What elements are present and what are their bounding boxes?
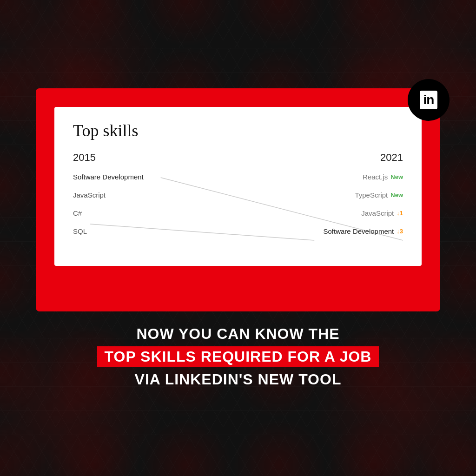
- right-skill-badge-0: New: [390, 173, 403, 180]
- red-card: in Top skills 2015 2021 Software Develop…: [36, 88, 440, 311]
- right-skill-row-3: Software Development ↓3: [324, 227, 403, 235]
- right-skill-name-2: JavaScript: [361, 209, 394, 217]
- right-skill-badge-3: ↓3: [397, 228, 403, 235]
- right-skill-row-2: JavaScript ↓1: [361, 209, 403, 217]
- right-skill-row-1: TypeScript New: [355, 191, 403, 199]
- chart-title: Top skills: [73, 121, 403, 140]
- bottom-text-wrapper: NOW YOU CAN KNOW THE TOP SKILLS REQUIRED…: [97, 325, 379, 388]
- left-skill-1: JavaScript: [73, 191, 144, 199]
- left-skill-0: Software Development: [73, 173, 144, 181]
- year-left: 2015: [73, 152, 96, 164]
- right-skill-badge-1: New: [390, 192, 403, 198]
- right-skill-row-0: React.js New: [363, 173, 403, 181]
- left-skills: Software Development JavaScript C# SQL: [73, 173, 144, 235]
- linkedin-logo: in: [420, 91, 438, 109]
- page-content: in Top skills 2015 2021 Software Develop…: [0, 0, 476, 476]
- chart-years: 2015 2021: [73, 152, 403, 164]
- chart-content: Software Development JavaScript C# SQL R…: [73, 173, 403, 247]
- right-skill-name-0: React.js: [363, 173, 388, 181]
- left-skill-2: C#: [73, 209, 144, 217]
- left-skill-3: SQL: [73, 227, 144, 235]
- right-skills: React.js New TypeScript New JavaScript ↓…: [324, 173, 403, 235]
- bottom-text: NOW YOU CAN KNOW THE TOP SKILLS REQUIRED…: [69, 325, 407, 388]
- bottom-line-3: VIA LINKEDIN'S NEW TOOL: [135, 371, 342, 388]
- right-skill-name-3: Software Development: [324, 227, 394, 235]
- chart-area: Top skills 2015 2021 Software Developmen…: [54, 107, 422, 266]
- year-right: 2021: [380, 152, 403, 164]
- bottom-line-1: NOW YOU CAN KNOW THE: [136, 325, 339, 343]
- bottom-line-2: TOP SKILLS REQUIRED FOR A JOB: [97, 346, 379, 367]
- linkedin-badge: in: [408, 79, 450, 121]
- right-skill-name-1: TypeScript: [355, 191, 388, 199]
- right-skill-badge-2: ↓1: [397, 210, 403, 217]
